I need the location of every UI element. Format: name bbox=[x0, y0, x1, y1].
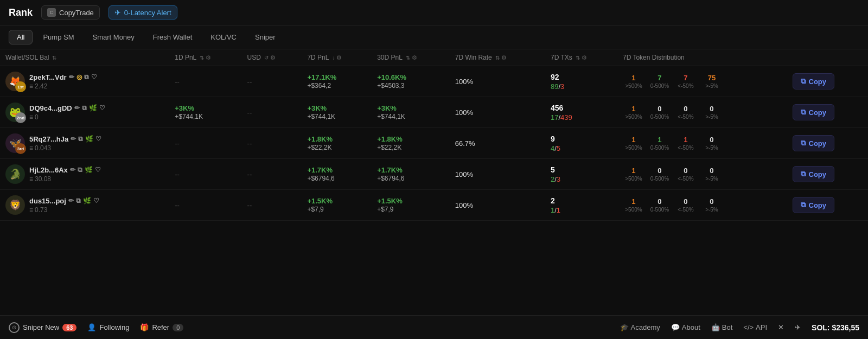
wallet-cell-2: 🦋 3rd 5Rq27...hJa ✏ ⧉ 🌿 ♡ ≡ 0.043 bbox=[0, 128, 169, 159]
wallet-cell-4: 🦁 dus15...poj ✏ ⧉ 🌿 ♡ ≡ 0.73 bbox=[0, 190, 169, 221]
tab-all[interactable]: All bbox=[9, 30, 33, 44]
api-icon: </> bbox=[743, 323, 754, 331]
edit-icon-2[interactable]: ✏ bbox=[71, 135, 76, 143]
pnl-30d-2: +1.8K% +$22,2K bbox=[372, 128, 450, 159]
copy-wallet-icon-4[interactable]: ⧉ bbox=[76, 197, 81, 204]
wallet-info-4: dus15...poj ✏ ⧉ 🌿 ♡ ≡ 0.73 bbox=[29, 197, 99, 214]
following-item[interactable]: 👤 Following bbox=[87, 323, 129, 331]
pnl-1d-3: -- bbox=[169, 159, 241, 190]
pnl-7d-0: +17.1K% +$364,2 bbox=[302, 66, 372, 97]
copy-icon-1: ⧉ bbox=[801, 108, 806, 117]
copytrade-button[interactable]: C CopyTrade bbox=[41, 5, 100, 20]
avatar-wrap-2: 🦋 3rd bbox=[5, 133, 25, 153]
edit-icon-4[interactable]: ✏ bbox=[68, 197, 74, 204]
wallet-name-0[interactable]: 2pekT...Vdr ✏ ◎ ⧉ ♡ bbox=[29, 73, 97, 81]
wallet-sort-icon[interactable]: ⇅ bbox=[52, 55, 56, 61]
api-item[interactable]: </> API bbox=[743, 323, 767, 331]
tab-pump-sm[interactable]: Pump SM bbox=[35, 30, 82, 44]
api-label: API bbox=[756, 323, 767, 331]
copy-wallet-icon-0[interactable]: ⧉ bbox=[84, 73, 89, 81]
pnl7d-sort-icon[interactable]: ↓ bbox=[332, 55, 335, 61]
heart-icon-1[interactable]: ♡ bbox=[99, 104, 105, 112]
usd-3: -- bbox=[242, 159, 302, 190]
table-row: 🐸 2nd DQ9c4...gDD ✏ ⧉ 🌿 ♡ ≡ 0 +3K% bbox=[0, 97, 868, 128]
wallet-name-4[interactable]: dus15...poj ✏ ⧉ 🌿 ♡ bbox=[29, 197, 99, 205]
winrate-sort-icon[interactable]: ⇅ bbox=[495, 55, 500, 61]
sniper-circle-icon: ⊙ bbox=[9, 322, 20, 333]
dist-0: 1 >500% 7 0-500% 7 <-50% 75 >-5% bbox=[617, 66, 787, 97]
tab-fresh-wallet[interactable]: Fresh Wallet bbox=[145, 30, 200, 44]
copy-button-0[interactable]: ⧉ Copy bbox=[793, 73, 835, 89]
bot-item[interactable]: 🤖 Bot bbox=[711, 323, 733, 331]
txs-0: 92 89/3 bbox=[545, 66, 617, 97]
pnl-1d-2: -- bbox=[169, 128, 241, 159]
txs-filter-icon[interactable]: ⚙ bbox=[582, 54, 587, 61]
usd-1: -- bbox=[242, 97, 302, 128]
col-wallet: Wallet/SOL Bal ⇅ bbox=[0, 49, 169, 66]
rank-badge-0: 1st bbox=[15, 81, 26, 92]
edit-icon-1[interactable]: ✏ bbox=[74, 104, 80, 112]
pnl1d-filter-icon[interactable]: ⚙ bbox=[206, 54, 211, 61]
pnl-1d-4: -- bbox=[169, 190, 241, 221]
copy-wallet-icon-2[interactable]: ⧉ bbox=[78, 135, 83, 143]
leaf-icon-2[interactable]: 🌿 bbox=[85, 135, 93, 143]
about-item[interactable]: 💬 About bbox=[671, 323, 700, 331]
refer-label: Refer bbox=[152, 323, 169, 331]
col-dist: 7D Token Distribution bbox=[617, 49, 787, 66]
pnl30d-filter-icon[interactable]: ⚙ bbox=[412, 54, 417, 61]
wallet-name-2[interactable]: 5Rq27...hJa ✏ ⧉ 🌿 ♡ bbox=[29, 135, 101, 143]
academy-item[interactable]: 🎓 Academy bbox=[620, 323, 660, 331]
heart-icon-4[interactable]: ♡ bbox=[93, 197, 99, 204]
win-rate-4: 100% bbox=[450, 190, 545, 221]
heart-icon-0[interactable]: ♡ bbox=[91, 73, 97, 81]
alert-button[interactable]: ✈ 0-Latency Alert bbox=[108, 5, 177, 20]
close-item[interactable]: ✕ bbox=[778, 323, 784, 331]
sniper-new-item[interactable]: ⊙ Sniper New 63 bbox=[9, 322, 76, 333]
copy-button-1[interactable]: ⧉ Copy bbox=[793, 104, 835, 120]
win-rate-0: 100% bbox=[450, 66, 545, 97]
telegram-footer-icon: ✈ bbox=[795, 323, 801, 331]
wallet-name-1[interactable]: DQ9c4...gDD ✏ ⧉ 🌿 ♡ bbox=[29, 104, 105, 112]
pnl30d-sort-icon[interactable]: ⇅ bbox=[406, 55, 410, 61]
target-icon-0[interactable]: ◎ bbox=[76, 73, 82, 81]
edit-icon-3[interactable]: ✏ bbox=[70, 166, 75, 174]
rank-badge-2: 3rd bbox=[15, 143, 26, 154]
leaf-icon-1[interactable]: 🌿 bbox=[89, 104, 97, 112]
txs-sort-icon[interactable]: ⇅ bbox=[576, 55, 580, 61]
tab-kol-vc[interactable]: KOL/VC bbox=[202, 30, 245, 44]
txs-4: 2 1/1 bbox=[545, 190, 617, 221]
dist-4: 1 >500% 0 0-500% 0 <-50% 0 >-5% bbox=[617, 190, 787, 221]
leaf-icon-4[interactable]: 🌿 bbox=[83, 197, 91, 204]
edit-icon-0[interactable]: ✏ bbox=[69, 73, 74, 81]
copy-cell-4: ⧉ Copy bbox=[787, 190, 868, 221]
academy-icon: 🎓 bbox=[620, 323, 629, 331]
usd-filter-icon[interactable]: ⚙ bbox=[270, 54, 276, 61]
pnl7d-filter-icon[interactable]: ⚙ bbox=[336, 54, 342, 61]
copy-button-2[interactable]: ⧉ Copy bbox=[793, 135, 835, 151]
heart-icon-3[interactable]: ♡ bbox=[95, 166, 101, 174]
winrate-filter-icon[interactable]: ⚙ bbox=[501, 54, 507, 61]
tab-smart-money[interactable]: Smart Money bbox=[85, 30, 143, 44]
copy-button-3[interactable]: ⧉ Copy bbox=[793, 166, 835, 182]
usd-sort-icon[interactable]: ↺ bbox=[264, 55, 269, 61]
leaf-icon-3[interactable]: 🌿 bbox=[85, 166, 93, 174]
refer-item[interactable]: 🎁 Refer 0 bbox=[140, 323, 183, 331]
tab-sniper[interactable]: Sniper bbox=[247, 30, 284, 44]
win-rate-3: 100% bbox=[450, 159, 545, 190]
pnl-1d-0: -- bbox=[169, 66, 241, 97]
avatar-wrap-3: 🐊 bbox=[5, 164, 25, 184]
copy-wallet-icon-1[interactable]: ⧉ bbox=[82, 104, 87, 112]
dist-2: 1 >500% 1 0-500% 1 <-50% 0 >-5% bbox=[617, 128, 787, 159]
heart-icon-2[interactable]: ♡ bbox=[95, 135, 101, 143]
usd-2: -- bbox=[242, 128, 302, 159]
footer-left: ⊙ Sniper New 63 👤 Following 🎁 Refer 0 bbox=[9, 322, 183, 333]
pnl-30d-1: +3K% +$744,1K bbox=[372, 97, 450, 128]
col-win-rate: 7D Win Rate ⇅ ⚙ bbox=[450, 49, 545, 66]
copy-button-4[interactable]: ⧉ Copy bbox=[793, 197, 835, 213]
telegram-footer-item[interactable]: ✈ bbox=[795, 323, 801, 331]
pnl1d-sort-icon[interactable]: ⇅ bbox=[200, 55, 204, 61]
wallet-name-3[interactable]: HjL2b...6Ax ✏ ⧉ 🌿 ♡ bbox=[29, 166, 101, 174]
telegram-icon: ✈ bbox=[114, 8, 121, 17]
col-pnl-1d: 1D PnL ⇅ ⚙ bbox=[169, 49, 241, 66]
copy-wallet-icon-3[interactable]: ⧉ bbox=[78, 166, 82, 174]
